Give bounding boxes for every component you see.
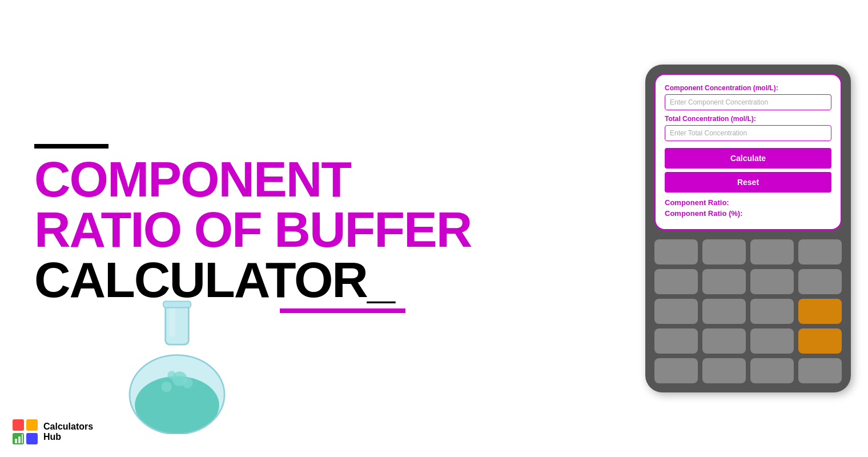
- calculate-button[interactable]: Calculate: [665, 148, 831, 169]
- key-9[interactable]: [654, 299, 698, 324]
- title-underline: [280, 308, 405, 313]
- key-5[interactable]: [654, 269, 698, 294]
- logo-calculators: Calculators: [43, 422, 93, 432]
- component-concentration-input[interactable]: [665, 94, 831, 110]
- title-line-1: COMPONENT: [34, 154, 594, 205]
- key-11[interactable]: [750, 299, 794, 324]
- key-orange-2[interactable]: [798, 328, 842, 354]
- svg-rect-13: [26, 419, 38, 431]
- key-13[interactable]: [702, 328, 746, 354]
- key-15[interactable]: [654, 358, 698, 383]
- key-16[interactable]: [702, 358, 746, 383]
- svg-rect-18: [22, 434, 23, 443]
- logo-icon: [11, 418, 39, 446]
- key-10[interactable]: [702, 299, 746, 324]
- title-line-2: RATIO OF BUFFER: [34, 205, 594, 255]
- svg-rect-9: [169, 305, 175, 336]
- svg-rect-0: [166, 302, 189, 344]
- logo-text: Calculators Hub: [43, 422, 93, 442]
- key-3[interactable]: [750, 239, 794, 264]
- key-4[interactable]: [798, 239, 842, 264]
- reset-button[interactable]: Reset: [665, 172, 831, 193]
- calculator-screen: Component Concentration (mol/L): Total C…: [654, 74, 842, 230]
- svg-point-7: [167, 371, 176, 379]
- total-concentration-input[interactable]: [665, 125, 831, 141]
- key-7[interactable]: [750, 269, 794, 294]
- key-18[interactable]: [798, 358, 842, 383]
- flask-illustration: [114, 297, 240, 434]
- left-section: COMPONENT RATIO OF BUFFER CALCULATOR_: [0, 0, 628, 457]
- svg-rect-17: [18, 436, 21, 443]
- key-14[interactable]: [750, 328, 794, 354]
- svg-point-8: [182, 378, 192, 388]
- title-bar-black: [34, 144, 108, 149]
- svg-point-5: [161, 382, 171, 392]
- result-ratio-percent-label: Component Ratio (%):: [665, 209, 831, 218]
- key-1[interactable]: [654, 239, 698, 264]
- key-orange-1[interactable]: [798, 299, 842, 324]
- component-concentration-label: Component Concentration (mol/L):: [665, 84, 831, 92]
- svg-rect-16: [15, 439, 17, 443]
- svg-rect-15: [26, 433, 38, 444]
- key-6[interactable]: [702, 269, 746, 294]
- right-section: Component Concentration (mol/L): Total C…: [628, 0, 868, 457]
- result-ratio-label: Component Ratio:: [665, 198, 831, 207]
- key-17[interactable]: [750, 358, 794, 383]
- total-concentration-label: Total Concentration (mol/L):: [665, 115, 831, 123]
- key-2[interactable]: [702, 239, 746, 264]
- logo-container: Calculators Hub: [11, 418, 93, 446]
- key-8[interactable]: [798, 269, 842, 294]
- calculator-body: Component Concentration (mol/L): Total C…: [645, 65, 851, 392]
- svg-rect-10: [163, 301, 191, 307]
- svg-rect-12: [13, 419, 24, 431]
- logo-hub: Hub: [43, 432, 93, 442]
- key-12[interactable]: [654, 328, 698, 354]
- keypad: [654, 239, 842, 383]
